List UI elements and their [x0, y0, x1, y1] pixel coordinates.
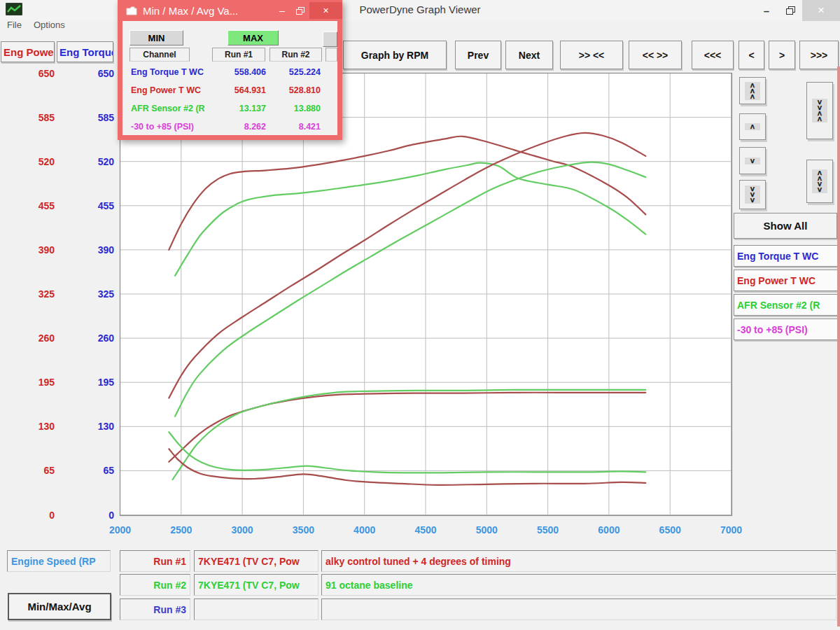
x-tick-label: 4000	[342, 524, 387, 536]
y-tick-label-torque: 455	[65, 199, 114, 213]
column-header-run1[interactable]: Run #1	[212, 48, 265, 62]
run1-comment-field[interactable]: alky control tuned + 4 degrees of timing	[321, 550, 836, 572]
min-max-avg-dialog: Min / Max / Avg Va... – × MIN MAX Channe…	[118, 0, 342, 140]
run2-value: 528.810	[259, 85, 321, 95]
y-tick-label-torque: 390	[65, 243, 114, 257]
dialog-close-button[interactable]: ×	[309, 2, 342, 19]
dialog-restore-icon	[296, 7, 304, 15]
channel-name: Eng Torque T WC	[131, 67, 204, 77]
run2-value: 525.224	[259, 67, 321, 77]
powerdyne-window: PowerDyne Graph Viewer – × File Options …	[0, 0, 840, 630]
run2-value: 13.880	[259, 104, 321, 113]
max-tab-button[interactable]: MAX	[227, 30, 279, 46]
run2-label: Run #2	[120, 574, 190, 596]
x-tick-label: 3000	[220, 524, 265, 536]
column-header-channel[interactable]: Channel	[130, 48, 190, 62]
run2-comment-field[interactable]: 91 octane baseline	[321, 574, 836, 596]
y-tick-label-power: 195	[6, 375, 55, 389]
legend-item-torque[interactable]: Eng Torque T WC	[734, 245, 840, 267]
folder-icon	[126, 6, 137, 15]
y-tick-label-power: 585	[6, 111, 55, 125]
x-tick-label: 2500	[159, 524, 204, 536]
x-tick-label: 3500	[281, 524, 326, 536]
y-tick-label-power: 65	[6, 463, 55, 477]
y-tick-label-power: 0	[6, 508, 55, 522]
dialog-minimize-button[interactable]: –	[273, 2, 291, 19]
channel-name: AFR Sensor #2 (R	[131, 104, 205, 113]
y-tick-label-power: 650	[6, 66, 55, 80]
y-tick-label-power: 455	[6, 199, 55, 213]
x-tick-label: 5500	[526, 524, 570, 536]
y-tick-label-power: 130	[6, 419, 55, 433]
run3-file-field[interactable]	[194, 598, 318, 620]
run3-label: Run #3	[120, 598, 190, 620]
run2-file-field[interactable]: 7KYE471 (TV C7, Pow	[194, 574, 318, 596]
x-tick-label: 2000	[98, 524, 143, 536]
y-tick-label-torque: 0	[65, 508, 114, 522]
x-tick-label: 5000	[464, 524, 509, 536]
avg-tab-button-partial[interactable]	[323, 31, 337, 47]
column-header-partial	[326, 48, 337, 62]
y-tick-label-torque: 325	[65, 287, 114, 301]
legend-item-power[interactable]: Eng Power T WC	[734, 270, 840, 291]
run2-value: 8.421	[259, 122, 321, 132]
channel-name: Eng Power T WC	[131, 85, 201, 95]
table-row-afr: AFR Sensor #2 (R 13.137 13.880	[122, 101, 337, 118]
x-axis-channel-field[interactable]: Engine Speed (RP	[7, 550, 111, 572]
table-row-boost: -30 to +85 (PSI) 8.262 8.421	[122, 119, 337, 136]
legend-item-boost[interactable]: -30 to +85 (PSI)	[734, 318, 840, 340]
y-tick-label-torque: 130	[65, 419, 114, 433]
legend-item-afr[interactable]: AFR Sensor #2 (R	[734, 294, 840, 316]
y-tick-label-power: 390	[6, 243, 55, 257]
channel-name: -30 to +85 (PSI)	[131, 122, 194, 132]
y-tick-label-power: 260	[6, 331, 55, 345]
run3-comment-field[interactable]	[321, 598, 836, 620]
column-header-run2[interactable]: Run #2	[270, 48, 322, 62]
dialog-title: Min / Max / Avg Va...	[143, 5, 273, 17]
table-row-torque: Eng Torque T WC 558.406 525.224	[122, 64, 337, 82]
x-tick-label: 6000	[587, 524, 631, 536]
y-tick-label-torque: 520	[65, 155, 114, 169]
run1-value: 13.137	[200, 104, 266, 113]
y-tick-label-torque: 65	[65, 463, 114, 477]
run1-value: 564.931	[200, 85, 266, 95]
window-edge-highlight	[837, 66, 840, 626]
table-row-power: Eng Power T WC 564.931 528.810	[122, 83, 337, 100]
y-tick-label-torque: 195	[65, 375, 114, 389]
y-tick-label-torque: 260	[65, 331, 114, 345]
y-tick-label-power: 520	[6, 155, 55, 169]
dialog-body: MIN MAX Channel Run #1 Run #2 Eng Torque…	[122, 21, 337, 135]
x-tick-label: 4500	[403, 524, 448, 536]
y-tick-label-power: 325	[6, 287, 55, 301]
run1-label: Run #1	[120, 550, 190, 572]
x-tick-label: 7000	[709, 524, 754, 536]
dialog-title-bar: Min / Max / Avg Va... – ×	[118, 0, 342, 21]
min-tab-button[interactable]: MIN	[130, 30, 183, 46]
y-tick-label-torque: 585	[65, 111, 114, 125]
dialog-restore-button[interactable]	[291, 2, 309, 19]
run1-value: 558.406	[200, 67, 266, 77]
run1-value: 8.262	[200, 122, 266, 132]
x-tick-label: 6500	[648, 524, 692, 536]
y-tick-label-torque: 650	[65, 66, 114, 80]
run1-file-field[interactable]: 7KYE471 (TV C7, Pow	[194, 550, 318, 572]
